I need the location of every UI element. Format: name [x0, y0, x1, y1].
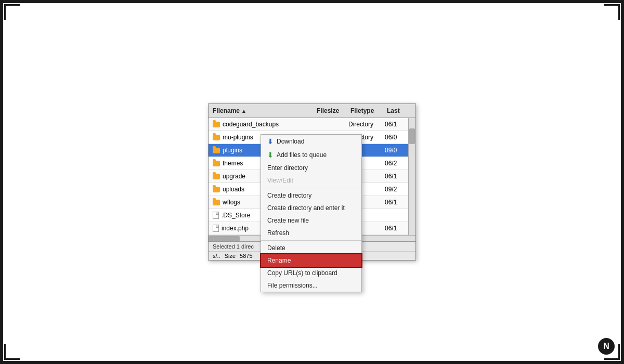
filesize-col-header[interactable]: Filesize	[313, 106, 346, 115]
create-dir-label: Create directory	[267, 192, 311, 199]
context-menu: ⬇ Download ⬇ Add files to queue Enter di…	[261, 134, 362, 292]
folder-icon	[213, 174, 220, 179]
context-menu-view-edit: View/Edit	[261, 174, 361, 187]
delete-label: Delete	[267, 244, 285, 252]
folder-icon	[213, 187, 220, 192]
file-name-cell: codeguard_backups	[209, 120, 313, 129]
enter-dir-label: Enter directory	[267, 164, 308, 172]
file-manager: Filename ▲ Filesize Filetype Last codegu…	[208, 103, 416, 261]
context-menu-refresh[interactable]: Refresh	[261, 227, 361, 239]
folder-icon	[213, 148, 220, 153]
separator-1	[261, 188, 361, 188]
download-label: Download	[277, 138, 304, 145]
copy-url-label: Copy URL(s) to clipboard	[267, 269, 337, 277]
add-files-icon: ⬇	[267, 151, 274, 159]
context-menu-create-dir[interactable]: Create directory	[261, 189, 361, 202]
file-icon	[213, 212, 219, 219]
context-menu-enter-directory[interactable]: Enter directory	[261, 162, 361, 174]
table-row[interactable]: codeguard_backups Directory 06/1	[209, 118, 415, 131]
folder-icon	[213, 135, 220, 140]
create-file-label: Create new file	[267, 217, 309, 224]
context-menu-delete[interactable]: Delete	[261, 242, 361, 254]
scrollbar-thumb[interactable]	[409, 128, 415, 144]
context-menu-download[interactable]: ⬇ Download	[261, 135, 361, 148]
folder-icon	[213, 161, 220, 166]
file-size-cell	[313, 123, 346, 125]
folder-icon	[213, 200, 220, 205]
size-value: 5875	[240, 253, 252, 259]
filetype-col-header[interactable]: Filetype	[346, 106, 383, 115]
size-prefix: s/..	[213, 253, 220, 259]
folder-icon	[213, 122, 220, 127]
hscrollbar-thumb[interactable]	[209, 236, 240, 241]
refresh-label: Refresh	[267, 229, 289, 237]
vertical-scrollbar[interactable]	[408, 118, 415, 235]
context-menu-create-dir-enter[interactable]: Create directory and enter it	[261, 202, 361, 214]
add-files-label: Add files to queue	[277, 151, 327, 159]
file-manager-header: Filename ▲ Filesize Filetype Last	[209, 104, 415, 118]
filename-col-header[interactable]: Filename ▲	[209, 106, 313, 115]
view-edit-label: View/Edit	[267, 177, 293, 184]
context-menu-copy-url[interactable]: Copy URL(s) to clipboard	[261, 267, 361, 279]
size-label: Size	[225, 253, 236, 259]
file-permissions-label: File permissions...	[267, 282, 318, 289]
download-icon: ⬇	[267, 137, 274, 146]
create-dir-enter-label: Create directory and enter it	[267, 204, 345, 212]
file-icon	[213, 225, 219, 232]
last-col-header[interactable]: Last	[383, 106, 415, 115]
context-menu-rename[interactable]: Rename	[261, 254, 361, 267]
separator-2	[261, 240, 361, 241]
rename-label: Rename	[267, 257, 291, 264]
context-menu-create-file[interactable]: Create new file	[261, 214, 361, 227]
content-area: Filename ▲ Filesize Filetype Last codegu…	[16, 16, 608, 348]
context-menu-add-files[interactable]: ⬇ Add files to queue	[261, 148, 361, 162]
context-menu-file-permissions[interactable]: File permissions...	[261, 279, 361, 292]
file-type-cell: Directory	[346, 120, 383, 129]
status-text: Selected 1 direc	[213, 243, 254, 250]
